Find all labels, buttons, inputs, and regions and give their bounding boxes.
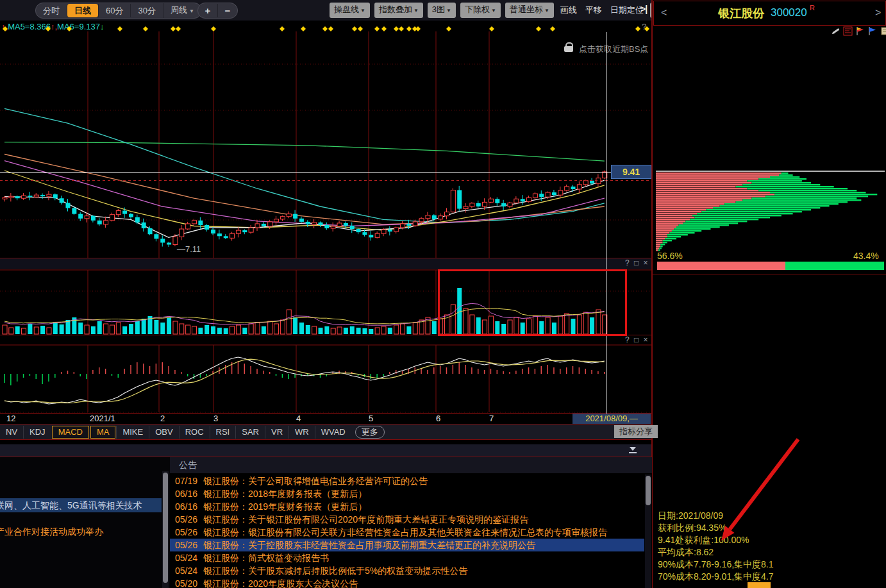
zoom-group: +− [197,3,238,19]
period-button[interactable]: 分时 [36,4,67,17]
prev-stock-arrow[interactable]: < [661,7,667,19]
list-flag-icon[interactable] [843,26,853,36]
indicator-tab-RSI[interactable]: RSI [210,426,236,439]
notebook-icon[interactable] [880,26,886,36]
announcement-date: 05/24 [175,551,203,564]
x-tick-label: 2 [160,414,165,423]
chart-tools: 操盘线▼指数叠加▼3图▼下除权▼普通坐标▼画线平移日期定位+自选▼ [330,3,687,18]
chevron-down-icon: ▼ [189,8,194,14]
announcement-date: 06/16 [175,500,203,513]
tool-button[interactable]: 下除权▼ [460,3,501,18]
low-price-label: —7.11 [177,244,201,254]
announcement-date: 05/20 [175,577,203,588]
announcement-title: 银江股份：关于股东减持后持股比例低于5%的权益变动提示性公告 [203,566,467,576]
profit-ratio-bar [657,262,884,270]
announcements-header: 公告 [170,457,652,473]
tool-button[interactable]: 普通坐标▼ [505,3,554,18]
announcement-title: 银江股份：银江股份有限公司关联方非经营性资金占用及其他关联资金往来情况汇总表的专… [203,527,607,537]
stock-header: < 银江股份 300020 R > [653,1,886,26]
announcement-row[interactable]: 07/19银江股份：关于公司取得增值电信业务经营许可证的公告 [170,475,644,487]
indicator-tab-更多[interactable]: 更多 [355,426,385,439]
announcement-row[interactable]: 05/26银江股份：关于银江股份有限公司2020年度前期重大差错更正专项说明的鉴… [170,513,644,526]
announcement-row[interactable]: 06/16银江股份：2018年度财务报表（更新后） [170,487,644,500]
indicator-tab-VR[interactable]: VR [265,426,288,439]
collapse-bar [0,444,652,457]
chevron-down-icon: ▼ [491,8,496,13]
volume-panel-controls[interactable]: ? □ × [625,258,649,267]
announcement-title: 银江股份：2018年度财务报表（更新后） [203,489,367,499]
announcement-title: 银江股份：关于控股股东非经营性资金占用事项及前期重大差错更正的补充说明公告 [203,540,535,550]
macd-chart[interactable] [0,335,652,414]
zoom-out-button[interactable]: − [217,4,237,17]
x-tick-label: 3 [213,414,218,423]
indicator-tabs: NVKDJMACDMAMIKEOBVROCRSISARVRWRWVAD更多 [0,424,652,440]
app-window: 分时日线60分30分周线▼ +− 操盘线▼指数叠加▼3图▼下除权▼普通坐标▼画线… [0,0,886,588]
news-item[interactable]: 联网、人工智能、5G通讯等相关技术 [0,498,162,512]
indicator-tab-NV[interactable]: NV [0,426,23,439]
red-arrow-annotation [702,433,811,551]
announcements-list: 07/19银江股份：关于公司取得增值电信业务经营许可证的公告06/16银江股份：… [170,475,644,588]
indicator-tab-WR[interactable]: WR [288,426,315,439]
bottom-scroll-marker[interactable] [748,582,771,588]
announcement-title: 银江股份：关于公司取得增值电信业务经营许可证的公告 [203,476,428,486]
announcements-panel: 公告 07/19银江股份：关于公司取得增值电信业务经营许可证的公告06/16银江… [170,457,652,588]
announcement-date: 05/26 [175,539,203,551]
zoom-in-button[interactable]: + [198,4,217,17]
period-button[interactable]: 60分 [98,4,130,17]
indicator-tab-WVAD[interactable]: WVAD [315,426,351,439]
crosshair-date-label: 2021/08/09,— [573,414,651,424]
tool-button[interactable]: 操盘线▼ [330,3,370,18]
chip-distribution-chart [656,165,885,252]
announcement-row[interactable]: 05/24银江股份：简式权益变动报告书 [170,551,644,564]
indicator-tab-MACD[interactable]: MACD [52,426,89,439]
profit-ratio-left: 56.6% [657,251,683,261]
blue-flag-icon[interactable] [867,26,877,36]
x-axis: 122021/1234567 [0,414,652,424]
announcement-date: 05/26 [175,526,203,539]
candlestick-chart[interactable] [0,21,652,258]
collapse-panel-icon[interactable]: >| [640,4,647,14]
tool-button[interactable]: 画线 [558,3,579,17]
announcement-date: 05/26 [175,513,203,526]
announcement-row[interactable]: 05/24银江股份：关于股东减持后持股比例低于5%的权益变动提示性公告 [170,564,644,577]
indicator-tab-MA[interactable]: MA [90,426,116,439]
period-button[interactable]: 周线▼ [163,3,201,18]
indicator-tab-OBV[interactable]: OBV [149,426,178,439]
pencil-icon[interactable] [831,26,840,36]
bs-points-hint[interactable]: 点击获取近期BS点 [579,44,648,55]
next-stock-arrow[interactable]: > [875,7,881,19]
collapse-bottom-icon[interactable] [630,447,637,453]
main-toolbar: 分时日线60分30分周线▼ +− 操盘线▼指数叠加▼3图▼下除权▼普通坐标▼画线… [0,0,652,21]
indicator-tab-KDJ[interactable]: KDJ [23,426,51,439]
indicator-tab-ROC[interactable]: ROC [179,426,210,439]
stock-name: 银江股份 [718,6,764,21]
tool-button[interactable]: 指数叠加▼ [374,3,423,18]
indicator-tab-MIKE[interactable]: MIKE [116,426,149,439]
news-panel: 联网、人工智能、5G通讯等相关技术 产业合作对接活动成功举办 [0,457,170,588]
news-scrollbar-track[interactable] [162,471,169,588]
chevron-down-icon: ▼ [360,8,365,13]
announcement-row[interactable]: 05/26银江股份：关于控股股东非经营性资金占用事项及前期重大差错更正的补充说明… [170,539,644,551]
indicator-tab-SAR[interactable]: SAR [235,426,265,439]
price-tag: 9.41 [611,165,651,179]
tool-button[interactable]: 3图▼ [428,3,456,18]
period-button[interactable]: 30分 [130,4,162,17]
announcement-row[interactable]: 06/16银江股份：2019年度财务报表（更新后） [170,500,644,513]
chevron-down-icon: ▼ [544,8,549,13]
announcement-row[interactable]: 05/26银江股份：银江股份有限公司关联方非经营性资金占用及其他关联资金往来情况… [170,526,644,539]
x-tick-label: 6 [436,414,440,423]
announcements-scrollbar-thumb[interactable] [646,476,651,505]
stock-code: 300020 [771,6,807,19]
period-button[interactable]: 日线 [67,4,98,17]
news-scrollbar-thumb[interactable] [163,473,168,583]
macd-panel-controls[interactable]: ? □ × [625,335,649,344]
announcement-row[interactable]: 05/20银江股份：2020年度股东大会决议公告 [170,577,644,588]
announcements-scrollbar-track[interactable] [645,475,651,588]
announcement-date: 07/19 [175,475,203,487]
news-item[interactable]: 产业合作对接活动成功举办 [0,525,162,538]
profit-ratio-right: 43.4% [853,251,879,261]
tool-button[interactable]: 平移 [583,3,604,17]
indicator-share-button[interactable]: 指标分享 [614,425,658,438]
announcement-date: 06/16 [175,487,203,500]
red-flag-icon[interactable] [855,26,865,36]
